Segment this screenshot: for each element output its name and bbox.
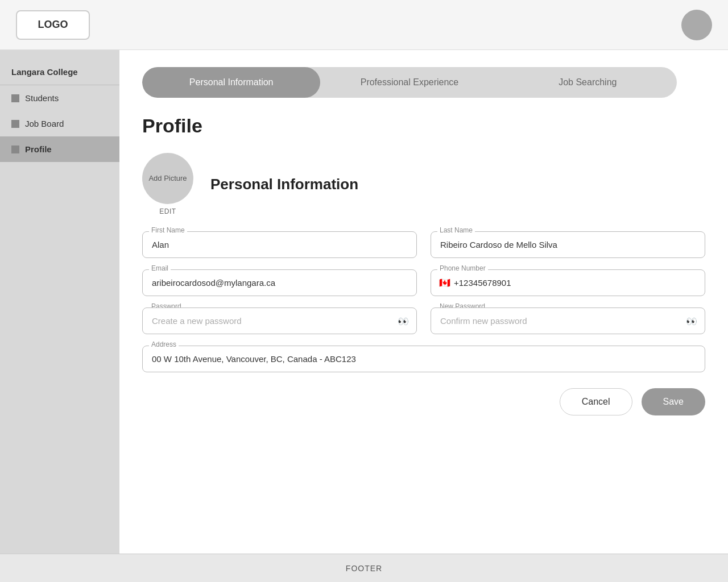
footer-label: FOOTER <box>346 564 382 573</box>
profile-section: Add Picture EDIT Personal Information <box>142 153 705 215</box>
address-label: Address <box>149 340 179 348</box>
first-name-label: First Name <box>149 226 187 234</box>
sidebar-org-name: Langara College <box>0 61 119 85</box>
first-name-input[interactable] <box>142 231 417 258</box>
address-input[interactable] <box>142 346 705 372</box>
tab-professional-exp[interactable]: Professional Experience <box>320 67 498 98</box>
page-title: Profile <box>142 115 705 137</box>
profile-icon <box>11 146 19 153</box>
address-field: Address <box>142 346 705 372</box>
form-row-contact: Email Phone Number 🇨🇦 <box>142 269 705 296</box>
avatar-edit-label[interactable]: EDIT <box>159 207 176 215</box>
password-eye-icon[interactable]: 👀 <box>398 315 409 326</box>
sidebar-label-profile: Profile <box>25 144 52 154</box>
last-name-field: Last Name <box>431 231 705 258</box>
last-name-input[interactable] <box>431 231 705 258</box>
email-field: Email <box>142 269 417 296</box>
add-picture-button[interactable]: Add Picture <box>142 153 193 204</box>
footer: FOOTER <box>0 554 728 582</box>
content-area: Personal Information Professional Experi… <box>119 50 728 554</box>
password-field: Password 👀 <box>142 307 417 334</box>
last-name-label: Last Name <box>437 226 475 234</box>
phone-field: Phone Number 🇨🇦 <box>431 269 705 296</box>
sidebar-item-profile[interactable]: Profile <box>0 136 119 162</box>
new-password-field: New Password 👀 <box>431 307 705 334</box>
new-password-input[interactable] <box>431 307 705 334</box>
tab-job-searching[interactable]: Job Searching <box>499 67 677 98</box>
main-layout: Langara College Students Job Board Profi… <box>0 50 728 554</box>
tab-personal-info[interactable]: Personal Information <box>142 67 320 98</box>
students-icon <box>11 94 19 102</box>
canada-flag-icon: 🇨🇦 <box>439 277 450 288</box>
phone-label: Phone Number <box>437 264 488 272</box>
first-name-field: First Name <box>142 231 417 258</box>
password-wrapper: 👀 <box>142 307 417 334</box>
new-password-wrapper: 👀 <box>431 307 705 334</box>
user-avatar[interactable] <box>681 10 712 40</box>
save-button[interactable]: Save <box>642 388 705 415</box>
form-row-password: Password 👀 New Password 👀 <box>142 307 705 334</box>
sidebar-label-jobboard: Job Board <box>25 119 64 128</box>
personal-info-heading: Personal Information <box>210 176 358 193</box>
form-row-address: Address <box>142 346 705 372</box>
header: LOGO <box>0 0 728 50</box>
tabs-bar: Personal Information Professional Experi… <box>142 67 677 98</box>
email-input[interactable] <box>142 269 417 296</box>
email-label: Email <box>149 264 171 272</box>
logo: LOGO <box>16 10 90 40</box>
sidebar: Langara College Students Job Board Profi… <box>0 50 119 554</box>
phone-input-wrapper: 🇨🇦 <box>431 269 705 296</box>
sidebar-label-students: Students <box>25 93 59 103</box>
button-row: Cancel Save <box>142 388 705 415</box>
sidebar-item-students[interactable]: Students <box>0 85 119 111</box>
phone-input[interactable] <box>454 270 697 296</box>
new-password-eye-icon[interactable]: 👀 <box>686 315 697 326</box>
jobboard-icon <box>11 120 19 128</box>
sidebar-item-jobboard[interactable]: Job Board <box>0 111 119 136</box>
avatar-container: Add Picture EDIT <box>142 153 193 215</box>
cancel-button[interactable]: Cancel <box>560 388 632 415</box>
password-input[interactable] <box>142 307 417 334</box>
form-row-name: First Name Last Name <box>142 231 705 258</box>
